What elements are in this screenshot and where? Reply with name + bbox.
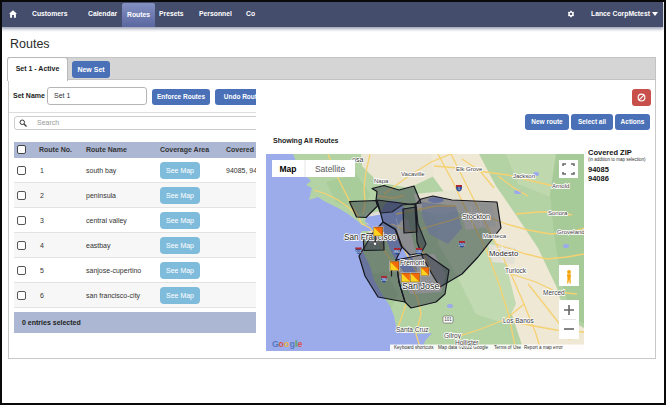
svg-text:Arnold: Arnold — [552, 183, 569, 189]
svg-text:Terms of Use: Terms of Use — [494, 345, 522, 350]
svg-text:880: 880 — [394, 250, 400, 254]
svg-text:Hollister: Hollister — [455, 339, 479, 346]
svg-text:Modesto: Modesto — [489, 249, 518, 258]
svg-text:101: 101 — [444, 317, 452, 322]
svg-text:Los Banos: Los Banos — [503, 317, 534, 324]
svg-text:580: 580 — [416, 250, 422, 254]
svg-text:Keyboard shortcuts: Keyboard shortcuts — [394, 345, 434, 350]
svg-text:Satellite: Satellite — [315, 164, 346, 174]
svg-text:Manteca: Manteca — [483, 233, 507, 239]
svg-text:Stockton: Stockton — [462, 212, 490, 221]
svg-text:101: 101 — [356, 250, 362, 254]
svg-text:Turlock: Turlock — [505, 267, 527, 274]
svg-text:Jackson: Jackson — [513, 173, 535, 179]
svg-text:Vacaville: Vacaville — [401, 171, 425, 177]
svg-text:205: 205 — [459, 243, 465, 247]
svg-text:Santa Cruz: Santa Cruz — [396, 326, 429, 333]
svg-text:Groveland: Groveland — [557, 229, 584, 235]
svg-text:280: 280 — [381, 278, 387, 282]
svg-text:Map: Map — [280, 164, 297, 174]
svg-text:Napa: Napa — [374, 178, 389, 184]
svg-text:Fremont: Fremont — [400, 259, 424, 266]
svg-text:e: e — [298, 339, 303, 349]
svg-text:San Francisco: San Francisco — [344, 233, 397, 242]
svg-text:5: 5 — [458, 187, 460, 191]
svg-text:Elk Grove: Elk Grove — [456, 166, 483, 172]
svg-text:Merced: Merced — [543, 289, 565, 296]
svg-text:Sonora: Sonora — [548, 210, 568, 216]
svg-text:Report a map error: Report a map error — [524, 345, 563, 350]
